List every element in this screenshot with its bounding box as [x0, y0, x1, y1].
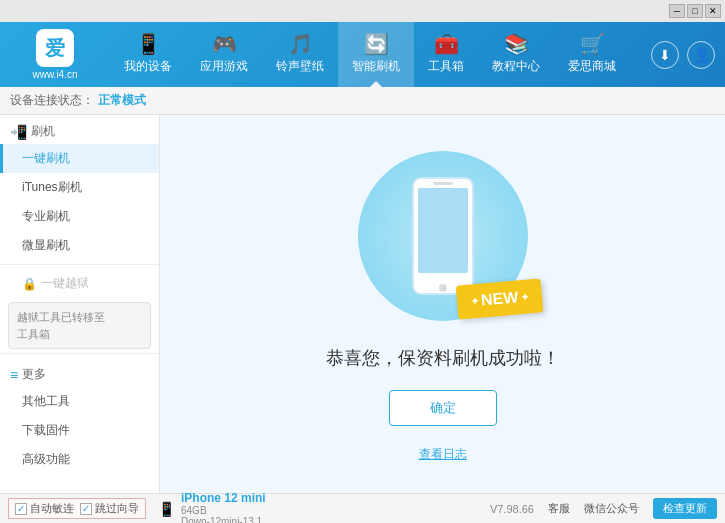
auto-connect-label[interactable]: ✓ 自动敏连: [15, 501, 74, 516]
sidebar-section-flash: 📲 刷机: [0, 115, 159, 144]
skip-wizard-checkbox[interactable]: ✓: [80, 503, 92, 515]
logo-text: www.i4.cn: [32, 69, 77, 80]
sidebar: 📲 刷机 一键刷机 iTunes刷机 专业刷机 微显刷机 🔒 一键越狱 越狱工具…: [0, 115, 160, 493]
store-icon: 🛒: [580, 34, 605, 54]
logo-icon: 爱: [36, 29, 74, 67]
nav-smart-flash-label: 智能刷机: [352, 58, 400, 75]
nav-store-label: 爱思商城: [568, 58, 616, 75]
sidebar-item-downgrade[interactable]: 微显刷机: [0, 231, 159, 260]
title-bar: ─ □ ✕: [0, 0, 725, 22]
auto-connect-checkbox[interactable]: ✓: [15, 503, 27, 515]
skip-wizard-text: 跳过向导: [95, 501, 139, 516]
nav-ringtones-label: 铃声壁纸: [276, 58, 324, 75]
svg-rect-1: [418, 188, 468, 273]
sidebar-divider-2: [0, 353, 159, 354]
nav-apps-games[interactable]: 🎮 应用游戏: [186, 22, 262, 87]
skip-wizard-label[interactable]: ✓ 跳过向导: [80, 501, 139, 516]
nav-store[interactable]: 🛒 爱思商城: [554, 22, 630, 87]
sidebar-item-one-click[interactable]: 一键刷机: [0, 144, 159, 173]
confirm-button[interactable]: 确定: [389, 390, 497, 426]
bottom-checkboxes: ✓ 自动敏连 ✓ 跳过向导: [8, 498, 146, 519]
subtitle-link[interactable]: 查看日志: [419, 446, 467, 463]
user-button[interactable]: 👤: [687, 41, 715, 69]
update-button[interactable]: 检查更新: [653, 498, 717, 519]
auto-connect-text: 自动敏连: [30, 501, 74, 516]
sidebar-item-other-tools[interactable]: 其他工具: [0, 387, 159, 416]
sidebar-item-pro-flash[interactable]: 专业刷机: [0, 202, 159, 231]
success-illustration: ✦ NEW ✦ 恭喜您，保资料刷机成功啦！ 确定 查看日志: [326, 146, 560, 463]
more-section-icon: ≡: [10, 367, 18, 383]
minimize-button[interactable]: ─: [669, 4, 685, 18]
bottom-bar: ✓ 自动敏连 ✓ 跳过向导 📱 iPhone 12 mini 64GB Down…: [0, 493, 725, 523]
nav-smart-flash[interactable]: 🔄 智能刷机: [338, 22, 414, 87]
customer-service-link[interactable]: 客服: [548, 501, 570, 516]
content: ✦ NEW ✦ 恭喜您，保资料刷机成功啦！ 确定 查看日志: [160, 115, 725, 493]
version-text: V7.98.66: [490, 503, 534, 515]
svg-rect-2: [433, 182, 453, 185]
status-label: 设备连接状态：: [10, 92, 94, 109]
nav-tutorial[interactable]: 📚 教程中心: [478, 22, 554, 87]
tutorial-icon: 📚: [504, 34, 529, 54]
svg-point-3: [439, 284, 447, 292]
nav: 📱 我的设备 🎮 应用游戏 🎵 铃声壁纸 🔄 智能刷机 🧰 工具箱 📚 教程中心…: [110, 22, 641, 87]
nav-apps-games-label: 应用游戏: [200, 58, 248, 75]
sidebar-item-itunes[interactable]: iTunes刷机: [0, 173, 159, 202]
device-storage: 64GB: [181, 505, 266, 516]
main: 📲 刷机 一键刷机 iTunes刷机 专业刷机 微显刷机 🔒 一键越狱 越狱工具…: [0, 115, 725, 493]
status-bar: 设备连接状态： 正常模式: [0, 87, 725, 115]
flash-section-icon: 📲: [10, 124, 27, 140]
device-details: iPhone 12 mini 64GB Down-12mini-13,1: [181, 491, 266, 524]
nav-actions: ⬇ 👤: [641, 41, 725, 69]
header: 爱 www.i4.cn 📱 我的设备 🎮 应用游戏 🎵 铃声壁纸 🔄 智能刷机 …: [0, 22, 725, 87]
sparkle-right-icon: ✦: [520, 291, 529, 303]
sparkle-left-icon: ✦: [471, 295, 480, 307]
more-section-label: 更多: [22, 366, 46, 383]
flash-section-label: 刷机: [31, 123, 55, 140]
nav-toolbox-label: 工具箱: [428, 58, 464, 75]
new-badge-text: NEW: [480, 288, 519, 309]
new-badge: ✦ NEW ✦: [456, 278, 544, 319]
sidebar-notice-jailbreak: 越狱工具已转移至工具箱: [8, 302, 151, 349]
logo: 爱 www.i4.cn: [0, 29, 110, 80]
my-device-icon: 📱: [136, 34, 161, 54]
wechat-link[interactable]: 微信公众号: [584, 501, 639, 516]
apps-games-icon: 🎮: [212, 34, 237, 54]
close-button[interactable]: ✕: [705, 4, 721, 18]
bottom-right: V7.98.66 客服 微信公众号 检查更新: [490, 498, 717, 519]
lock-icon: 🔒: [22, 277, 37, 291]
device-icon: 📱: [158, 501, 175, 517]
ringtones-icon: 🎵: [288, 34, 313, 54]
nav-ringtones[interactable]: 🎵 铃声壁纸: [262, 22, 338, 87]
sidebar-section-more: ≡ 更多: [0, 358, 159, 387]
toolbox-icon: 🧰: [434, 34, 459, 54]
nav-toolbox[interactable]: 🧰 工具箱: [414, 22, 478, 87]
device-model: Down-12mini-13,1: [181, 516, 266, 524]
sidebar-disabled-jailbreak: 🔒 一键越狱: [0, 269, 159, 298]
nav-tutorial-label: 教程中心: [492, 58, 540, 75]
sidebar-divider-1: [0, 264, 159, 265]
window-controls[interactable]: ─ □ ✕: [669, 4, 721, 18]
sidebar-item-advanced[interactable]: 高级功能: [0, 445, 159, 474]
nav-my-device[interactable]: 📱 我的设备: [110, 22, 186, 87]
phone-svg: [408, 176, 478, 296]
download-button[interactable]: ⬇: [651, 41, 679, 69]
restore-button[interactable]: □: [687, 4, 703, 18]
sidebar-item-download-firmware[interactable]: 下载固件: [0, 416, 159, 445]
success-title: 恭喜您，保资料刷机成功啦！: [326, 346, 560, 370]
device-info: 📱 iPhone 12 mini 64GB Down-12mini-13,1: [158, 491, 266, 524]
smart-flash-icon: 🔄: [364, 34, 389, 54]
status-value: 正常模式: [98, 92, 146, 109]
phone-badge-container: ✦ NEW ✦: [353, 146, 533, 326]
nav-my-device-label: 我的设备: [124, 58, 172, 75]
